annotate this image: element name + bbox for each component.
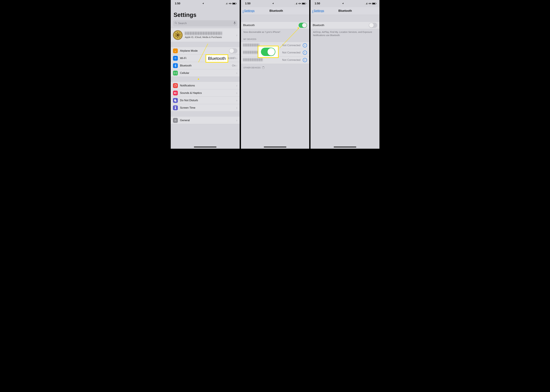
wifi-row[interactable]: Wi-Fi McWiFi › bbox=[171, 55, 240, 62]
apple-id-row[interactable]: Apple ID, iCloud, Media & Purchases › bbox=[171, 28, 240, 42]
battery-icon bbox=[372, 3, 377, 5]
gear-icon bbox=[173, 118, 178, 123]
cellular-row[interactable]: Cellular › bbox=[171, 69, 240, 77]
svg-rect-6 bbox=[236, 3, 236, 4]
toggle-on-icon bbox=[261, 48, 275, 56]
location-arrow-icon bbox=[202, 3, 204, 5]
location-arrow-icon bbox=[272, 3, 274, 5]
chevron-right-icon: › bbox=[236, 119, 237, 122]
chevron-right-icon: › bbox=[236, 71, 237, 75]
chevron-right-icon: › bbox=[236, 56, 237, 60]
svg-point-13 bbox=[175, 120, 176, 121]
info-icon[interactable]: i bbox=[303, 50, 307, 55]
svg-rect-1 bbox=[226, 3, 226, 4]
other-devices-header: OTHER DEVICES bbox=[241, 64, 309, 70]
svg-rect-9 bbox=[234, 21, 235, 23]
svg-rect-17 bbox=[297, 3, 298, 5]
airplane-mode-row[interactable]: Airplane Mode bbox=[171, 47, 240, 55]
callout-bluetooth-label: Bluetooth bbox=[206, 54, 228, 63]
svg-rect-23 bbox=[367, 3, 367, 5]
nav-title: Bluetooth bbox=[313, 9, 378, 13]
chevron-right-icon: › bbox=[236, 64, 237, 67]
my-devices-header: MY DEVICES bbox=[241, 35, 309, 42]
phone-bluetooth-on: 1:50 ‹ Settings Bluetooth Bluetooth Now … bbox=[240, 0, 310, 149]
redacted-device bbox=[243, 58, 263, 62]
svg-rect-20 bbox=[306, 3, 306, 4]
callout-dot bbox=[198, 78, 199, 80]
status-time: 1:50 bbox=[315, 2, 320, 5]
svg-rect-3 bbox=[227, 3, 228, 5]
status-bar: 1:50 bbox=[311, 0, 379, 7]
svg-line-8 bbox=[176, 23, 177, 24]
chevron-right-icon: › bbox=[236, 98, 237, 102]
svg-rect-15 bbox=[296, 3, 296, 5]
general-row[interactable]: General › bbox=[171, 117, 240, 124]
svg-rect-5 bbox=[233, 3, 235, 4]
wifi-icon bbox=[229, 3, 232, 5]
bluetooth-toggle-row: Bluetooth bbox=[241, 21, 309, 29]
nav-bar: ‹ Settings Bluetooth bbox=[241, 7, 309, 15]
bluetooth-off-note: AirDrop, AirPlay, Find My, Location Serv… bbox=[311, 29, 379, 38]
svg-rect-27 bbox=[376, 3, 376, 4]
status-time: 1:50 bbox=[245, 2, 250, 5]
svg-point-7 bbox=[175, 22, 176, 23]
bluetooth-icon bbox=[173, 63, 178, 68]
cellular-settings-icon bbox=[173, 71, 178, 76]
mic-icon[interactable] bbox=[234, 21, 236, 25]
svg-point-12 bbox=[176, 84, 177, 85]
bluetooth-toggle[interactable] bbox=[369, 23, 377, 28]
battery-icon bbox=[232, 3, 237, 5]
chevron-right-icon: › bbox=[236, 106, 237, 110]
svg-rect-24 bbox=[367, 3, 368, 5]
search-icon bbox=[175, 22, 177, 25]
cellular-icon bbox=[225, 3, 228, 5]
location-arrow-icon bbox=[342, 3, 344, 5]
svg-rect-0 bbox=[225, 4, 226, 5]
callout-toggle bbox=[258, 46, 279, 58]
info-icon[interactable]: i bbox=[303, 58, 307, 62]
page-title: Settings bbox=[171, 7, 240, 20]
chevron-right-icon: › bbox=[236, 84, 237, 87]
avatar bbox=[173, 30, 183, 40]
wifi-icon bbox=[369, 3, 371, 5]
svg-rect-16 bbox=[296, 3, 297, 5]
status-time: 1:50 bbox=[175, 2, 180, 5]
svg-rect-26 bbox=[372, 3, 375, 4]
svg-rect-19 bbox=[302, 3, 305, 4]
chevron-right-icon: › bbox=[236, 33, 237, 37]
dnd-row[interactable]: Do Not Disturb › bbox=[171, 97, 240, 104]
phone-bluetooth-off: 1:50 ‹ Settings Bluetooth Bluetooth AirD… bbox=[310, 0, 379, 149]
info-icon[interactable]: i bbox=[303, 43, 307, 48]
callout-dot bbox=[298, 27, 299, 29]
discoverable-text: Now discoverable as “Lynn's iPhone”. bbox=[241, 29, 309, 35]
notifications-icon bbox=[173, 83, 178, 88]
svg-rect-2 bbox=[227, 3, 227, 4]
airplane-toggle[interactable] bbox=[229, 48, 237, 53]
moon-icon bbox=[173, 98, 178, 103]
bluetooth-toggle[interactable] bbox=[299, 23, 307, 28]
battery-icon bbox=[302, 3, 306, 5]
phone-settings-root: 1:50 Settings Apple ID, iCloud, Media & … bbox=[171, 0, 240, 149]
search-field[interactable] bbox=[173, 20, 237, 26]
svg-rect-14 bbox=[295, 4, 295, 5]
wifi-settings-icon bbox=[173, 56, 178, 61]
redacted-name bbox=[185, 32, 222, 35]
bluetooth-toggle-row: Bluetooth bbox=[311, 21, 379, 29]
screen-time-row[interactable]: Screen Time › bbox=[171, 104, 240, 112]
status-bar: 1:50 bbox=[171, 0, 240, 7]
svg-rect-22 bbox=[366, 3, 366, 5]
svg-rect-21 bbox=[365, 4, 365, 5]
device-status: Not Connected bbox=[282, 44, 300, 47]
home-indicator[interactable] bbox=[334, 147, 356, 147]
nav-title: Bluetooth bbox=[245, 9, 308, 13]
bluetooth-row[interactable]: Bluetooth On › bbox=[171, 62, 240, 69]
home-indicator[interactable] bbox=[194, 147, 216, 147]
chevron-left-icon: ‹ bbox=[243, 9, 244, 13]
search-input[interactable] bbox=[178, 22, 233, 25]
notifications-row[interactable]: Notifications › bbox=[171, 82, 240, 89]
cellular-icon bbox=[295, 3, 298, 5]
airplane-icon bbox=[173, 49, 178, 53]
wifi-icon bbox=[298, 3, 301, 5]
sounds-row[interactable]: Sounds & Haptics › bbox=[171, 89, 240, 97]
home-indicator[interactable] bbox=[264, 147, 286, 147]
